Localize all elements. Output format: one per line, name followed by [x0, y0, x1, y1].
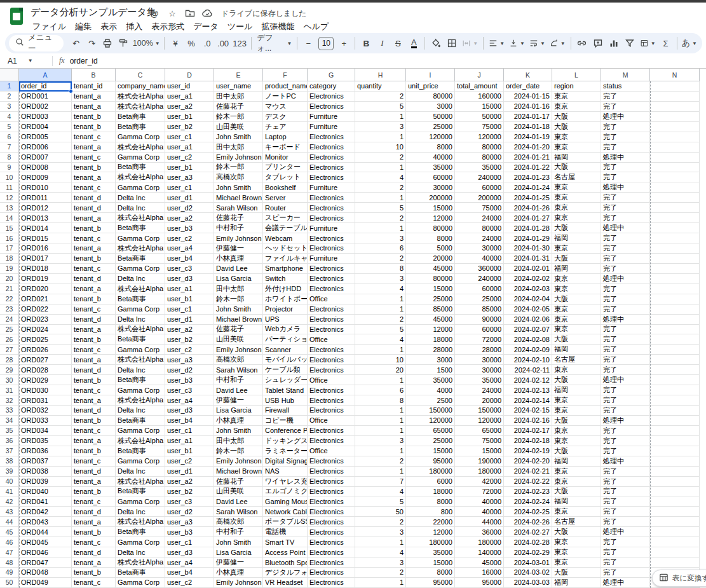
cell-A13[interactable]: ORD012 [19, 203, 72, 213]
cell-J27[interactable]: 28000 [455, 345, 504, 355]
cell-H23[interactable]: 1 [355, 304, 406, 315]
cell-C5[interactable]: Beta商事 [116, 122, 165, 132]
cell-J30[interactable]: 35000 [455, 375, 504, 385]
cell-G44[interactable]: Electronics [308, 517, 355, 527]
cell-E46[interactable]: John Smith [214, 537, 263, 547]
cell-M13[interactable]: 完了 [601, 203, 650, 213]
cell-B10[interactable]: tenant_a [72, 172, 116, 182]
cell-F18[interactable]: ファイルキャビネット [263, 254, 308, 264]
cell-K6[interactable]: 2024-01-19 [504, 132, 552, 142]
cell-H2[interactable]: 2 [355, 92, 406, 102]
cell-I8[interactable]: 40000 [406, 153, 455, 163]
star-icon[interactable]: ☆ [166, 8, 178, 19]
row-header-24[interactable]: 24 [0, 315, 19, 325]
cell-F48[interactable]: Bluetooth Speak [263, 557, 308, 568]
cell-K28[interactable]: 2024-02-10 [504, 355, 552, 365]
cell-D34[interactable]: user_b4 [165, 416, 214, 426]
cell-D17[interactable]: user_a4 [165, 243, 214, 254]
increase-decimal-icon[interactable]: .00 [215, 36, 231, 51]
sheets-logo-icon[interactable] [10, 8, 23, 25]
cell-B24[interactable]: tenant_d [72, 315, 116, 325]
cell-C45[interactable]: Beta商事 [116, 527, 165, 537]
cell-G42[interactable]: Electronics [308, 496, 355, 507]
cell-J1[interactable]: total_amount [455, 81, 504, 92]
cell-K42[interactable]: 2024-02-24 [504, 496, 552, 507]
cell-N45[interactable] [650, 527, 700, 537]
cell-J34[interactable]: 120000 [455, 416, 504, 426]
cell-L32[interactable]: 東京 [552, 395, 601, 406]
cell-B13[interactable]: tenant_d [72, 203, 116, 213]
cell-M46[interactable]: 完了 [601, 537, 650, 547]
cell-K46[interactable]: 2024-02-28 [504, 537, 552, 547]
strikethrough-icon[interactable]: S [390, 36, 405, 51]
cell-G5[interactable]: Furniture [308, 122, 355, 132]
cell-D15[interactable]: user_b3 [165, 223, 214, 233]
cell-M17[interactable]: 完了 [601, 243, 650, 254]
cell-B31[interactable]: tenant_c [72, 385, 116, 395]
row-header-34[interactable]: 34 [0, 416, 19, 426]
cell-K13[interactable]: 2024-01-26 [504, 203, 552, 213]
cell-J5[interactable]: 75000 [455, 122, 504, 132]
cell-L7[interactable]: 東京 [552, 142, 601, 153]
cell-A35[interactable]: ORD034 [19, 426, 72, 436]
menu-item-3[interactable]: 挿入 [121, 20, 147, 34]
cell-N33[interactable] [650, 406, 700, 416]
cell-D5[interactable]: user_b2 [165, 122, 214, 132]
cell-A39[interactable]: ORD038 [19, 467, 72, 477]
cell-C30[interactable]: Beta商事 [116, 375, 165, 385]
cell-A41[interactable]: ORD040 [19, 487, 72, 497]
cell-L17[interactable]: 東京 [552, 243, 601, 254]
cell-A19[interactable]: ORD018 [19, 264, 72, 274]
row-header-2[interactable]: 2 [0, 92, 19, 102]
cell-F4[interactable]: デスク [263, 112, 308, 122]
cell-L30[interactable]: 大阪 [552, 375, 601, 385]
cell-L1[interactable]: region [552, 81, 601, 92]
cell-C14[interactable]: 株式会社Alpha [116, 213, 165, 223]
cell-N18[interactable] [650, 254, 700, 264]
cell-G25[interactable]: Electronics [308, 325, 355, 335]
cell-A9[interactable]: ORD008 [19, 163, 72, 173]
cell-N8[interactable] [650, 153, 700, 163]
cell-M31[interactable]: 完了 [601, 385, 650, 395]
cell-B23[interactable]: tenant_c [72, 304, 116, 315]
cell-L37[interactable]: 大阪 [552, 446, 601, 456]
cell-N15[interactable] [650, 223, 700, 233]
cell-F26[interactable]: パーティション [263, 334, 308, 345]
cell-B45[interactable]: tenant_b [72, 527, 116, 537]
decrease-decimal-icon[interactable]: .0 [200, 36, 215, 51]
cell-K18[interactable]: 2024-01-31 [504, 254, 552, 264]
cell-C21[interactable]: 株式会社Alpha [116, 284, 165, 294]
cell-L10[interactable]: 名古屋 [552, 172, 601, 182]
cell-K21[interactable]: 2024-02-03 [504, 284, 552, 294]
row-header-12[interactable]: 12 [0, 193, 19, 203]
cell-G10[interactable]: Electronics [308, 172, 355, 182]
cell-C39[interactable]: Delta Inc [116, 467, 165, 477]
insert-chart-icon[interactable] [606, 36, 621, 51]
cell-B16[interactable]: tenant_c [72, 233, 116, 243]
insert-comment-icon[interactable] [590, 36, 606, 51]
cell-B4[interactable]: tenant_b [72, 112, 116, 122]
cell-N30[interactable] [650, 375, 700, 385]
cell-H48[interactable]: 3 [355, 557, 406, 568]
cell-E31[interactable]: David Lee [214, 385, 263, 395]
row-header-16[interactable]: 16 [0, 233, 19, 243]
search-menus-button[interactable]: メニュー [9, 35, 64, 51]
cell-H30[interactable]: 1 [355, 375, 406, 385]
cell-E40[interactable]: 佐藤花子 [214, 477, 263, 487]
cell-C41[interactable]: Beta商事 [116, 487, 165, 497]
cell-H44[interactable]: 2 [355, 517, 406, 527]
cell-D32[interactable]: user_a4 [165, 395, 214, 406]
cell-C6[interactable]: Gamma Corp [116, 132, 165, 142]
cell-B42[interactable]: tenant_c [72, 496, 116, 507]
cell-I36[interactable]: 25000 [406, 436, 455, 446]
cell-E27[interactable]: Emily Johnson [214, 345, 263, 355]
cell-I12[interactable]: 200000 [406, 193, 455, 203]
cell-C40[interactable]: 株式会社Alpha [116, 477, 165, 487]
row-header-26[interactable]: 26 [0, 334, 19, 345]
cell-I41[interactable]: 18000 [406, 487, 455, 497]
cell-E4[interactable]: 鈴木一郎 [214, 112, 263, 122]
row-header-27[interactable]: 27 [0, 345, 19, 355]
cell-B12[interactable]: tenant_d [72, 193, 116, 203]
cell-J24[interactable]: 90000 [455, 315, 504, 325]
cell-D25[interactable]: user_a2 [165, 325, 214, 335]
